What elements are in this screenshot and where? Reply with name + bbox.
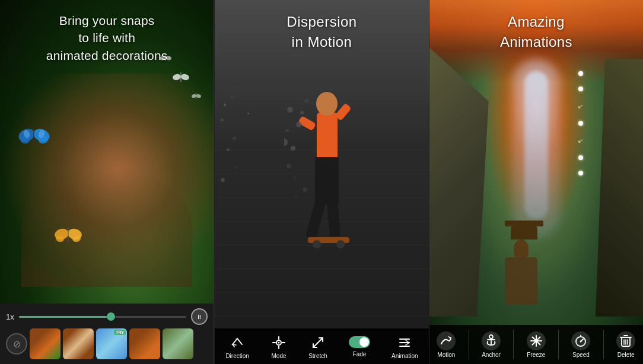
- toolbar-item-animation[interactable]: Animation: [391, 334, 418, 359]
- butterfly-blue: [18, 124, 47, 145]
- panel1-title: Bring your snaps to life with animated d…: [0, 12, 214, 64]
- hat-brim: [505, 221, 543, 226]
- thumbnail-2[interactable]: [63, 328, 94, 359]
- svg-point-63: [580, 340, 582, 342]
- svg-point-19: [196, 94, 202, 98]
- stretch-icon: [310, 334, 326, 351]
- motion-path: ↙ ↙: [578, 71, 584, 175]
- mode-icon: [270, 334, 287, 351]
- speed-slider[interactable]: [19, 316, 187, 318]
- mode-label: Mode: [271, 353, 286, 359]
- svg-point-13: [180, 73, 190, 81]
- svg-line-48: [313, 338, 323, 347]
- toolbar-item-stretch[interactable]: Stretch: [308, 334, 327, 359]
- butterfly-yellow: [53, 225, 83, 245]
- divider-1: [469, 330, 469, 359]
- motion-icon: [437, 331, 456, 350]
- freeze-icon: [527, 331, 546, 350]
- slider-fill: [19, 316, 111, 318]
- pause-icon: ⏸: [196, 314, 202, 320]
- fade-label: Fade: [353, 351, 367, 357]
- toolbar-item-fade[interactable]: Fade: [349, 336, 370, 357]
- svg-point-59: [535, 340, 537, 342]
- divider-4: [603, 330, 604, 359]
- no-icon: ⊘: [13, 339, 21, 350]
- try-badge: TRY: [114, 330, 126, 335]
- thumbnail-5[interactable]: [163, 328, 193, 359]
- speed-icon: [571, 331, 590, 350]
- woman-body: [21, 168, 192, 287]
- animation-icon: [396, 334, 413, 351]
- toolbar-item-direction[interactable]: Direction: [225, 334, 249, 359]
- thumbnail-4[interactable]: [129, 328, 160, 359]
- path-dot-1: [578, 71, 583, 76]
- anchor-icon: [482, 331, 501, 350]
- person-container: [508, 221, 543, 305]
- panel3-title: Amazing Animations: [429, 12, 643, 52]
- dispersion-particles: [215, 0, 428, 364]
- toolbar-item-delete[interactable]: Delete: [614, 331, 638, 358]
- svg-point-43: [278, 342, 280, 344]
- no-effect-button[interactable]: ⊘: [6, 333, 27, 355]
- anchor-label: Anchor: [482, 352, 501, 358]
- path-dot-5: [578, 171, 583, 175]
- speed-label: 1x: [6, 312, 14, 321]
- toolbar-panel3: Motion Anchor: [429, 325, 643, 364]
- svg-point-12: [172, 73, 182, 81]
- speed-row: 1x ⏸: [6, 308, 208, 325]
- delete-icon: [616, 331, 635, 350]
- person-head: [514, 240, 529, 257]
- toolbar-item-speed[interactable]: Speed: [569, 331, 593, 358]
- speed-label: Speed: [572, 352, 590, 358]
- toolbar-item-motion[interactable]: Motion: [434, 331, 458, 358]
- path-dot-3: [578, 121, 583, 126]
- panel3-title-container: Amazing Animations: [429, 12, 643, 52]
- divider-2: [513, 330, 514, 359]
- waterfall-stream: [524, 71, 548, 219]
- panel-2: Dispersion in Motion: [214, 0, 429, 364]
- path-dot-2: [578, 87, 583, 91]
- toolbar-items-p3: Motion Anchor: [429, 330, 643, 359]
- divider-3: [558, 330, 559, 359]
- panel1-title-container: Bring your snaps to life with animated d…: [0, 12, 214, 64]
- panel-1: Bring your snaps to life with animated d…: [0, 0, 214, 364]
- svg-point-52: [489, 335, 493, 339]
- toolbar-item-mode[interactable]: Mode: [270, 334, 287, 359]
- motion-label: Motion: [437, 352, 455, 358]
- slider-thumb[interactable]: [107, 312, 115, 321]
- toolbar-item-freeze[interactable]: Freeze: [524, 331, 548, 358]
- toolbar-panel2: Direction Mode: [215, 328, 428, 364]
- stretch-label: Stretch: [308, 353, 327, 359]
- toolbar-panel1: 1x ⏸ ⊘ TRY: [0, 304, 214, 364]
- path-arrow-2: ↙: [577, 136, 584, 145]
- person-body: [505, 257, 537, 305]
- white-butterfly-1: [172, 71, 190, 87]
- path-dot-4: [578, 155, 583, 160]
- thumbnails-row: ⊘ TRY: [6, 328, 208, 359]
- delete-label: Delete: [617, 352, 635, 358]
- toolbar-items-p2: Direction Mode: [215, 334, 428, 359]
- fade-toggle[interactable]: [349, 336, 370, 348]
- freeze-label: Freeze: [527, 352, 545, 358]
- direction-icon: [229, 334, 246, 351]
- panel-3: ↙ ↙ Amazing Animations M: [429, 0, 643, 364]
- white-butterfly-3: [191, 92, 202, 103]
- hat-crown: [511, 226, 537, 240]
- direction-label: Direction: [225, 353, 249, 359]
- toolbar-item-anchor[interactable]: Anchor: [479, 331, 503, 358]
- svg-point-18: [192, 94, 198, 98]
- thumbnail-3[interactable]: TRY: [96, 328, 127, 359]
- thumbnail-1[interactable]: [30, 328, 61, 359]
- path-arrow-1: ↙: [577, 101, 584, 111]
- pause-button[interactable]: ⏸: [191, 308, 208, 325]
- animation-label: Animation: [391, 353, 418, 359]
